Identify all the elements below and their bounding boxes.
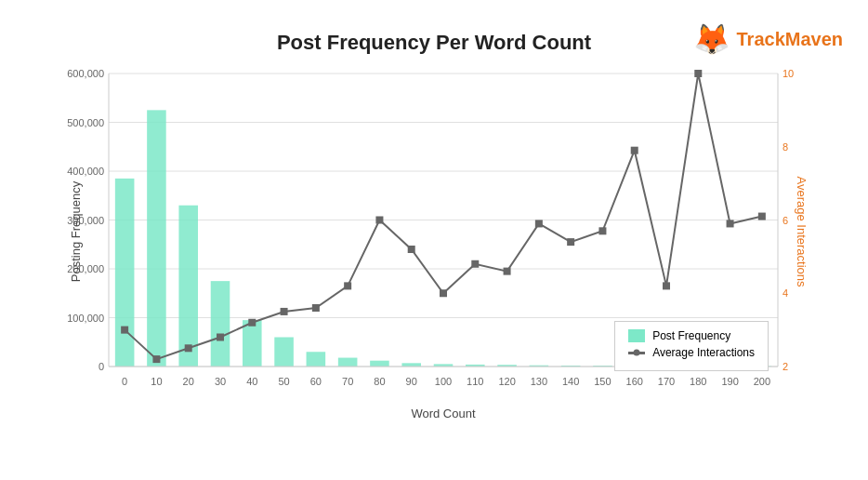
svg-rect-46 [312, 304, 320, 312]
legend: Post Frequency Average Interactions [614, 321, 769, 371]
svg-rect-25 [307, 352, 326, 367]
svg-text:170: 170 [658, 376, 675, 387]
legend-line-label: Average Interactions [652, 346, 755, 359]
svg-rect-19 [115, 179, 135, 367]
svg-text:60: 60 [310, 376, 322, 387]
svg-rect-28 [401, 363, 421, 367]
svg-rect-51 [471, 260, 479, 268]
logo-icon: 🦊 [693, 21, 730, 57]
svg-text:6: 6 [783, 215, 788, 226]
svg-text:10: 10 [151, 376, 162, 387]
svg-text:2: 2 [783, 361, 788, 372]
svg-text:0: 0 [99, 361, 104, 372]
svg-text:30: 30 [215, 376, 226, 387]
logo-maven: Maven [785, 29, 843, 49]
svg-rect-53 [535, 220, 543, 227]
svg-rect-42 [185, 344, 192, 352]
svg-rect-60 [758, 213, 766, 220]
svg-text:20: 20 [183, 376, 194, 387]
svg-text:100: 100 [435, 376, 452, 387]
svg-rect-26 [338, 358, 358, 367]
svg-rect-24 [274, 338, 294, 367]
svg-rect-54 [567, 238, 574, 246]
svg-text:70: 70 [342, 376, 353, 387]
svg-text:400,000: 400,000 [67, 166, 104, 177]
svg-text:180: 180 [690, 376, 706, 387]
legend-item-line: Average Interactions [628, 346, 755, 359]
svg-text:110: 110 [467, 376, 483, 387]
svg-text:130: 130 [531, 376, 547, 387]
x-axis-label: Word Count [90, 407, 796, 420]
svg-text:500,000: 500,000 [67, 117, 104, 128]
svg-rect-40 [121, 327, 128, 334]
legend-item-bar: Post Frequency [628, 329, 755, 342]
svg-rect-55 [598, 227, 606, 234]
logo-text: TrackMaven [736, 29, 843, 50]
svg-rect-20 [147, 110, 166, 367]
y-axis-right-label: Average Interactions [795, 177, 809, 287]
legend-bar-label: Post Frequency [652, 329, 730, 342]
svg-rect-23 [243, 320, 262, 367]
svg-text:200: 200 [754, 376, 770, 387]
svg-text:150: 150 [594, 376, 611, 387]
svg-rect-56 [631, 147, 638, 154]
chart-title: Post Frequency Per Word Count [72, 31, 796, 55]
svg-rect-47 [344, 282, 351, 289]
svg-text:10: 10 [783, 68, 794, 79]
svg-text:100,000: 100,000 [67, 313, 104, 324]
svg-rect-22 [211, 281, 230, 367]
svg-rect-45 [281, 308, 288, 315]
chart-area: Posting Frequency Average Interactions 0… [90, 64, 796, 399]
legend-line-color [628, 352, 645, 354]
logo-track: Track [736, 29, 784, 49]
chart-container: Post Frequency Per Word Count 🦊 TrackMav… [16, 12, 852, 468]
svg-rect-49 [408, 246, 415, 253]
svg-text:80: 80 [374, 376, 385, 387]
svg-text:40: 40 [246, 376, 257, 387]
svg-rect-50 [440, 289, 447, 297]
svg-text:600,000: 600,000 [67, 68, 104, 79]
svg-rect-59 [727, 220, 734, 227]
svg-rect-21 [178, 206, 198, 367]
svg-rect-58 [694, 70, 702, 77]
svg-text:160: 160 [626, 376, 643, 387]
svg-text:190: 190 [721, 376, 738, 387]
svg-text:90: 90 [406, 376, 417, 387]
logo: 🦊 TrackMaven [693, 21, 843, 57]
svg-text:8: 8 [783, 141, 788, 153]
svg-rect-52 [504, 268, 511, 275]
svg-rect-44 [248, 319, 256, 327]
svg-text:120: 120 [498, 376, 515, 387]
legend-bar-color [628, 329, 645, 342]
svg-text:140: 140 [562, 376, 579, 387]
svg-text:50: 50 [278, 376, 289, 387]
svg-text:0: 0 [122, 376, 127, 387]
svg-text:4: 4 [783, 287, 788, 299]
svg-rect-57 [663, 282, 670, 289]
svg-rect-43 [217, 334, 224, 341]
svg-rect-41 [152, 355, 160, 363]
svg-rect-48 [375, 217, 383, 224]
svg-rect-27 [370, 361, 389, 367]
y-axis-left-label: Posting Frequency [69, 181, 83, 282]
